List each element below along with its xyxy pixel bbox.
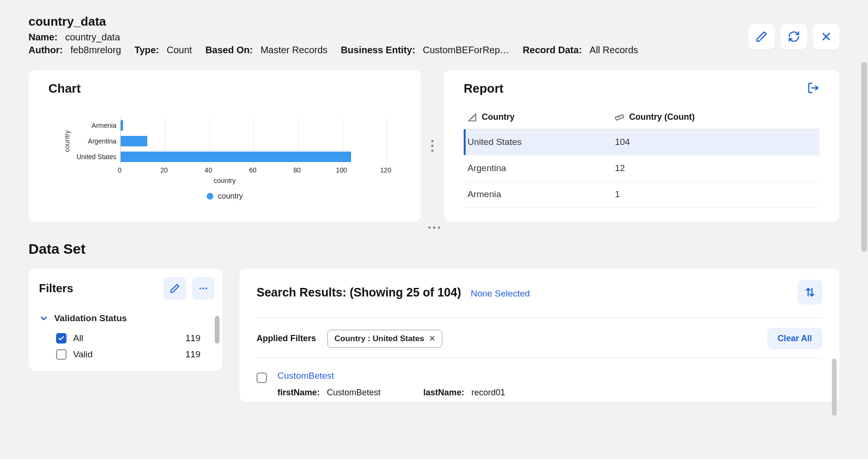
meta-type-label: Type: [134,45,159,56]
meta-type-value: Count [167,45,192,56]
x-tick: 60 [249,166,257,174]
filter-checkbox[interactable] [56,333,67,344]
report-row[interactable]: Armenia1 [464,182,820,208]
report-cell-count: 104 [611,129,820,155]
dataset-title: Data Set [29,241,839,257]
results-panel: Search Results: (Showing 25 of 104) None… [239,268,839,402]
bar-chart: country Armenia Argentina United States [63,118,386,164]
x-tick: 0 [118,166,122,174]
export-icon [807,82,820,94]
results-scroll-thumb[interactable] [832,359,837,416]
close-button[interactable] [813,24,839,49]
svg-point-2 [431,150,434,152]
chevron-down-icon [39,314,48,323]
svg-point-9 [206,287,208,289]
result-checkbox[interactable] [257,373,267,383]
firstname-label: firstName: [277,388,320,397]
x-axis-label: country [214,177,236,184]
report-col-country: Country [482,112,515,122]
filter-option-count: 119 [185,333,215,344]
edit-button[interactable] [748,24,775,49]
y-axis-title: country [63,130,71,152]
edit-filters-button[interactable] [163,277,186,300]
meta-entity-label: Business Entity: [341,45,415,56]
meta-recorddata-value: All Records [590,45,638,56]
svg-point-1 [431,145,434,147]
lastname-label: lastName: [423,388,464,397]
meta-entity-value: CustomBEForRep… [423,45,509,56]
legend-label: country [218,192,243,201]
divider [257,318,822,318]
y-label-0: Armenia [73,118,116,133]
x-tick: 120 [380,166,391,174]
filter-option-label: Valid [73,349,93,360]
lastname-value: record01 [471,388,505,397]
filter-option[interactable]: All119 [39,330,215,346]
svg-point-5 [433,227,435,229]
ruler-icon [615,113,624,122]
meta-author-value: feb8mrelorg [70,45,121,56]
divider [257,358,822,358]
y-label-1: Argentina [73,134,116,149]
svg-point-6 [438,227,440,229]
x-tick: 20 [161,166,168,174]
report-row[interactable]: Argentina12 [464,155,820,182]
filter-chip-text: Country : United States [334,334,424,344]
filter-chip-country[interactable]: Country : United States ✕ [327,330,442,348]
svg-point-8 [202,287,204,289]
filters-panel: Filters Validation Status All119Valid119 [29,268,222,371]
y-label-2: United States [73,149,116,164]
refresh-icon [788,30,800,43]
applied-filters-label: Applied Filters [257,334,316,344]
report-row[interactable]: United States104 [464,129,820,155]
pencil-icon [170,283,180,294]
none-selected-link[interactable]: None Selected [471,288,530,299]
page-scroll-thumb[interactable] [861,62,867,252]
filter-group-validation-status[interactable]: Validation Status [39,313,215,324]
chart-panel: Chart country Armenia Argentina United S… [29,70,421,222]
vertical-splitter[interactable] [426,70,439,222]
chart-bar[interactable] [121,152,351,162]
filter-option-count: 119 [185,349,215,360]
page-title: country_data [29,14,649,29]
result-link[interactable]: CustomBetest [277,371,334,381]
more-filters-button[interactable] [192,277,215,300]
filter-option[interactable]: Valid119 [39,346,215,363]
chart-bar[interactable] [121,120,123,131]
filters-scroll-thumb[interactable] [215,316,219,344]
filters-title: Filters [39,282,73,295]
close-icon [820,30,832,43]
filter-checkbox[interactable] [56,349,67,360]
report-panel-title: Report [464,81,504,96]
report-cell-country: Argentina [464,155,611,182]
sort-button[interactable] [798,280,822,305]
clear-all-button[interactable]: Clear All [767,328,822,349]
more-horizontal-icon [198,283,209,294]
svg-point-0 [431,140,434,143]
horizontal-splitter[interactable] [29,226,839,230]
chip-remove-icon[interactable]: ✕ [429,334,435,343]
sort-arrows-icon [804,287,816,298]
report-panel: Report Country [444,70,839,222]
legend-dot-icon [207,193,213,200]
report-cell-count: 1 [611,182,820,208]
ruler-triangle-icon [467,113,477,122]
results-title: Search Results: (Showing 25 of 104) [257,286,461,299]
meta-basedon-label: Based On: [205,45,253,56]
filter-group-label: Validation Status [54,313,127,324]
filter-option-label: All [73,333,83,344]
grid-line [387,118,387,164]
refresh-button[interactable] [781,24,807,49]
meta-name-value: country_data [65,32,120,43]
chart-bar[interactable] [121,136,147,146]
svg-point-7 [200,287,201,289]
report-cell-country: United States [464,129,611,155]
svg-point-4 [428,227,430,229]
report-cell-country: Armenia [464,182,611,208]
export-button[interactable] [807,82,820,96]
pencil-icon [755,30,768,43]
x-tick: 80 [294,166,301,174]
meta-recorddata-label: Record Data: [523,45,582,56]
firstname-value: CustomBetest [327,388,381,397]
chart-panel-title: Chart [48,81,401,96]
